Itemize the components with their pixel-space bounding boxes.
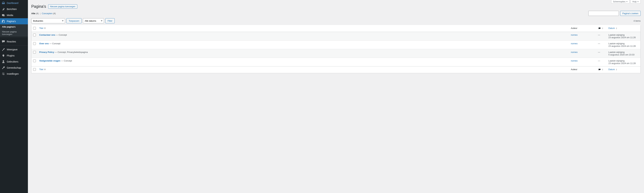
filter-drafts-link[interactable]: Concepten — [42, 12, 52, 15]
sidebar-item-pages[interactable]: Pagina's — [0, 18, 28, 24]
screen-meta: Schermopties ▼ Hulp ▼ — [31, 0, 640, 3]
sort-indicator-icon: ▲▼ — [616, 69, 617, 71]
sliders-icon — [2, 72, 5, 76]
sidebar-item-label: Berichten — [7, 8, 17, 10]
row-date-value: 23 augustus 2024 om 11:28 — [608, 62, 639, 65]
row-comments: — — [598, 51, 600, 53]
sidebar-item-label: Pagina's — [7, 20, 16, 23]
main-content: Schermopties ▼ Hulp ▼ Pagina's Nieuwe pa… — [28, 0, 644, 193]
filter-drafts-count: (4) — [53, 12, 56, 15]
sidebar-item-label: Dashboard — [7, 2, 18, 4]
comment-icon — [2, 40, 5, 43]
row-state: — Concept — [60, 59, 72, 62]
pin-icon — [2, 7, 5, 11]
sidebar-item-media[interactable]: Media — [0, 12, 28, 18]
sidebar-item-label: Weergave — [7, 48, 18, 51]
add-new-page-button[interactable]: Nieuwe pagina toevoegen — [48, 4, 77, 9]
sidebar-item-settings[interactable]: Instellingen — [0, 71, 28, 77]
sort-indicator-icon: ▲▼ — [44, 27, 46, 29]
sidebar-item-dashboard[interactable]: Dashboard — [0, 0, 28, 6]
row-author-link[interactable]: nomeo — [571, 42, 578, 45]
column-date-footer[interactable]: Datum ▲▼ — [607, 66, 640, 73]
table-row: Contacteer ons — Conceptnomeo—Laatste wi… — [32, 32, 640, 40]
row-title-link[interactable]: Privacy Policy — [39, 51, 54, 53]
row-state: — Concept — [49, 42, 60, 45]
row-checkbox[interactable] — [33, 42, 36, 45]
search-pages-input[interactable] — [588, 11, 619, 16]
row-author-link[interactable]: nomeo — [571, 34, 578, 36]
row-date-label: Laatste wijziging — [608, 59, 639, 62]
row-author-link[interactable]: nomeo — [571, 51, 578, 53]
table-row: Veelgestelde vragen — Conceptnomeo—Laats… — [32, 58, 640, 66]
sidebar-item-label: Instellingen — [7, 72, 19, 75]
row-checkbox[interactable] — [33, 51, 36, 54]
row-checkbox[interactable] — [33, 34, 36, 36]
select-all-checkbox[interactable] — [33, 27, 36, 29]
row-date-label: Laatste wijziging — [608, 42, 639, 45]
column-title-footer[interactable]: Titel ▲▼ — [38, 66, 569, 73]
row-title-link[interactable]: Veelgestelde vragen — [39, 59, 60, 62]
page-icon — [2, 20, 5, 23]
date-filter-select[interactable]: Alle datums — [83, 18, 104, 23]
help-label: Hulp — [632, 0, 636, 3]
sidebar-item-label: Reacties — [7, 40, 16, 43]
comment-icon — [598, 68, 601, 71]
media-icon — [2, 13, 5, 17]
sidebar-item-users[interactable]: Gebruikers — [0, 59, 28, 65]
sidebar-item-plugins[interactable]: Plugins — [0, 53, 28, 59]
chevron-down-icon: ▼ — [626, 1, 628, 2]
table-row: Over ons — Conceptnomeo—Laatste wijzigin… — [32, 40, 640, 49]
dashboard-icon — [2, 1, 5, 5]
pages-table: Titel ▲▼ Auteur ▲▼ Datum ▲▼ Contacteer o… — [31, 25, 640, 73]
wrench-icon — [2, 66, 5, 69]
sort-indicator-icon: ▲▼ — [602, 27, 603, 29]
column-comments[interactable]: ▲▼ — [596, 25, 607, 32]
sidebar-item-tools[interactable]: Gereedschap — [0, 65, 28, 71]
sort-indicator-icon: ▲▼ — [44, 69, 46, 71]
row-state: — Concept, Privacybeleidspagina — [54, 51, 88, 53]
row-state: — Concept — [55, 34, 67, 36]
row-title-link[interactable]: Contacteer ons — [39, 34, 55, 36]
subsub-separator: | — [40, 12, 40, 15]
admin-sidebar: DashboardBerichtenMediaPagina'sAlle pagi… — [0, 0, 28, 193]
screen-options-button[interactable]: Schermopties ▼ — [611, 0, 630, 3]
sidebar-subitem-all[interactable]: Alle pagina's — [0, 24, 28, 29]
row-comments: — — [598, 59, 600, 62]
user-icon — [2, 60, 5, 63]
sidebar-submenu-pages: Alle pagina'sNieuwe pagina toevoegen — [0, 24, 28, 37]
sidebar-item-comments[interactable]: Reacties — [0, 38, 28, 45]
sidebar-item-label: Gebruikers — [7, 60, 18, 63]
item-count: 4 items — [634, 20, 640, 22]
bulk-actions-select[interactable]: Bulkacties — [31, 18, 65, 23]
plug-icon — [2, 54, 5, 57]
filter-button[interactable]: Filter — [105, 18, 115, 23]
sidebar-item-label: Media — [7, 14, 13, 16]
sidebar-item-appearance[interactable]: Weergave — [0, 46, 28, 53]
filter-subsub: Alle (4) | Concepten (4) — [31, 12, 56, 15]
help-button[interactable]: Hulp ▼ — [630, 0, 640, 3]
row-date-value: 5 augustus 2020 om 23:33 — [608, 53, 639, 56]
column-title[interactable]: Titel ▲▼ — [38, 25, 569, 32]
sidebar-item-posts[interactable]: Berichten — [0, 6, 28, 12]
brush-icon — [2, 48, 5, 51]
select-all-checkbox-footer[interactable] — [33, 68, 36, 71]
search-pages-button[interactable]: Pagina's zoeken — [620, 11, 640, 16]
menu-separator — [0, 45, 28, 46]
comment-icon — [598, 27, 601, 29]
filter-all-count: (4) — [36, 12, 38, 15]
column-author[interactable]: Auteur — [569, 25, 596, 32]
row-author-link[interactable]: nomeo — [571, 59, 578, 62]
apply-bulk-button[interactable]: Toepassen — [66, 18, 82, 23]
menu-separator — [0, 37, 28, 38]
row-date-label: Laatste wijziging — [608, 34, 639, 36]
sidebar-subitem-new[interactable]: Nieuwe pagina toevoegen — [0, 29, 28, 37]
row-comments: — — [598, 42, 600, 45]
filter-all-label[interactable]: Alle — [31, 12, 35, 15]
table-row: Privacy Policy — Concept, Privacybeleids… — [32, 49, 640, 58]
row-checkbox[interactable] — [33, 59, 36, 62]
row-comments: — — [598, 34, 600, 36]
column-author-footer[interactable]: Auteur — [569, 66, 596, 73]
row-title-link[interactable]: Over ons — [39, 42, 49, 45]
column-comments-footer[interactable]: ▲▼ — [596, 66, 607, 73]
column-date[interactable]: Datum ▲▼ — [607, 25, 640, 32]
